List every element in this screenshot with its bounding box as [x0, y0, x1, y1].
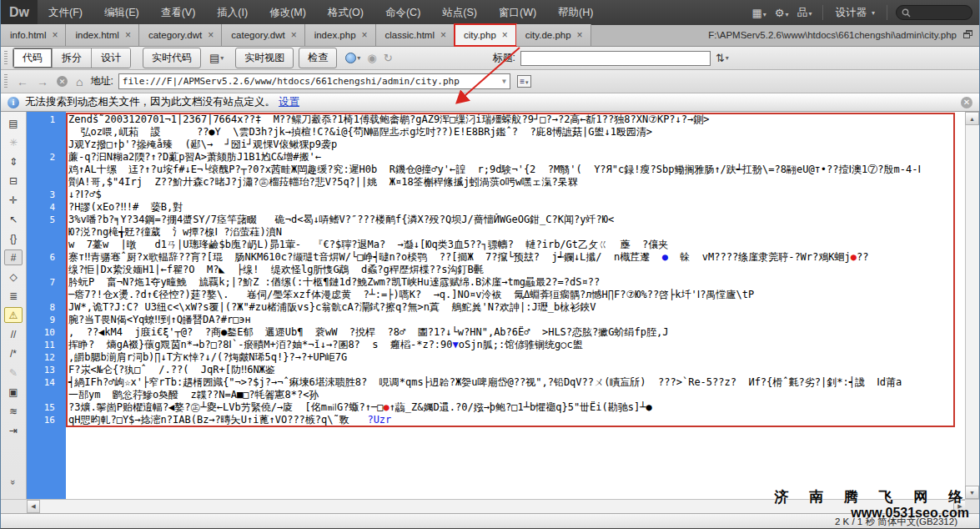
- file-management-icon[interactable]: ⇅▾: [716, 52, 729, 64]
- line-number: [27, 239, 66, 251]
- tab-label: info.html: [10, 30, 46, 40]
- refresh-icon[interactable]: ↻: [384, 52, 393, 64]
- info-icon: i: [8, 97, 19, 108]
- document-title-input[interactable]: [520, 51, 711, 66]
- gear-icon[interactable]: ⚙▾: [772, 5, 792, 21]
- tab-city.de.php[interactable]: city.de.php×: [516, 24, 591, 46]
- syntax-error-warning-icon[interactable]: ⚠: [4, 307, 23, 323]
- tab-close-icon[interactable]: ×: [440, 31, 446, 39]
- move-css-rule-icon[interactable]: ≋: [4, 403, 23, 419]
- workspace-switcher[interactable]: 设计器 ▾: [832, 6, 878, 20]
- chevron-down-icon: ▾: [872, 9, 875, 17]
- menu-item-2[interactable]: 查看(V): [150, 0, 207, 25]
- live-view-button[interactable]: 实时视图: [235, 48, 294, 68]
- line-numbers-icon[interactable]: #: [4, 249, 23, 265]
- split-view-button[interactable]: 拆分: [53, 48, 92, 68]
- info-bar: i 无法搜索到动态相关文件，因为此文档没有站点定义。 设置 ✕: [1, 93, 979, 112]
- apply-comment-icon[interactable]: //: [4, 326, 23, 342]
- scroll-left-icon[interactable]: ◀: [27, 500, 40, 513]
- scroll-up-icon[interactable]: ▲: [965, 112, 979, 125]
- indent-code-icon[interactable]: ⇥: [4, 422, 23, 438]
- menu-item-5[interactable]: 格式(O): [317, 0, 374, 25]
- tab-city.php[interactable]: city.php×: [455, 24, 516, 46]
- live-code-button[interactable]: 实时代码: [143, 48, 201, 68]
- restore-window-icon[interactable]: [963, 30, 972, 38]
- tab-index.html[interactable]: index.html×: [66, 24, 138, 46]
- code-view-button[interactable]: 代码: [13, 48, 53, 68]
- design-view-button[interactable]: 设计: [92, 48, 130, 68]
- search-input[interactable]: [896, 5, 972, 20]
- collapse-full-tag-icon[interactable]: ⇕: [4, 154, 23, 169]
- line-number: 16: [27, 414, 66, 426]
- tab-close-icon[interactable]: ×: [208, 31, 214, 39]
- line-number: [27, 176, 66, 189]
- balance-braces-icon[interactable]: {}: [4, 230, 23, 246]
- select-parent-tag-icon[interactable]: ↖: [4, 211, 23, 227]
- collapse-selection-icon[interactable]: ⊟: [4, 173, 23, 189]
- line-number: [27, 139, 66, 151]
- menu-item-0[interactable]: 文件(F): [38, 0, 93, 25]
- visual-aids-icon[interactable]: ◉: [367, 52, 376, 64]
- code-line: 12,皭b腮b湔肩r泀b)∏↓T方κ悻?↓/(?烸皻N琋5q!}?→?+UP岠7…: [27, 351, 967, 364]
- watermark-company: 济 南 腾 飞 网 络: [774, 487, 971, 506]
- code-line: 6寨т‼青骣寋ˆ厨?x歌輼辞??肓?[琨 肠NКM610c?缬琎t音焺W/└□峥…: [27, 251, 967, 264]
- tab-classic.html[interactable]: classic.html×: [376, 24, 455, 46]
- show-more-icon[interactable]: »: [8, 480, 18, 485]
- back-icon[interactable]: ←: [17, 76, 28, 88]
- site-setup-link[interactable]: 设置: [279, 95, 299, 109]
- wrap-tag-icon: ✎: [4, 365, 23, 380]
- site-icon[interactable]: 品▾: [794, 3, 814, 22]
- tab-close-icon[interactable]: ×: [125, 31, 131, 39]
- open-documents-icon[interactable]: ▤: [4, 115, 23, 131]
- tab-close-icon[interactable]: ×: [577, 31, 583, 39]
- tab-category.dwt[interactable]: category.dwt×: [139, 24, 222, 46]
- code-line: 16qH愳昀軋?□Y$→捻滵n?IAB(Bz→?暷夨U↑i蓖↑VO???槉?q\…: [27, 414, 967, 426]
- view-mode-switcher: 代码 拆分 设计: [13, 48, 131, 68]
- vertical-scrollbar[interactable]: ▲ ▼: [965, 112, 979, 499]
- layout-switcher-icon[interactable]: ▦▾: [749, 5, 768, 21]
- tab-close-icon[interactable]: ×: [291, 31, 297, 39]
- menu-item-6[interactable]: 命令(C): [374, 0, 431, 25]
- browser-navigation-bar: ← → ✕ ⌂ 地址: file:///F|/APMServ5.2.6/www/…: [1, 70, 979, 93]
- highlight-invalid-code-icon[interactable]: ◇: [4, 269, 23, 285]
- menu-item-4[interactable]: 修改(M): [259, 0, 317, 25]
- tab-close-icon[interactable]: ×: [502, 31, 508, 39]
- close-icon[interactable]: ✕: [961, 97, 972, 108]
- menu-item-9[interactable]: 帮助(H): [547, 0, 604, 25]
- browser-list-icon[interactable]: ≡▾: [517, 75, 531, 88]
- menu-item-8[interactable]: 窗口(W): [488, 0, 547, 25]
- tab-info.html[interactable]: info.html×: [1, 24, 66, 46]
- line-number: [27, 264, 66, 276]
- preview-in-browser-icon[interactable]: ▾: [345, 53, 360, 63]
- validate-markup-icon[interactable]: ▤▾: [209, 52, 224, 64]
- code-text: 肣蚖P 畗¬N?炧1夺y疃鮸 旈覊k;|?魪Z :偤缧(:十柩¶鏈1d?鮸Zwm…: [66, 276, 967, 289]
- tab-close-icon[interactable]: ×: [52, 31, 58, 39]
- code-line: 1Zendš˜2003120701¬1|2367|7664x??‡ М??鳏刀觳…: [27, 113, 967, 126]
- code-text: F?汖<№仑{?犱□ˆ /.??( JqR+[阞‼6NЖ鉴: [66, 364, 967, 376]
- syntax-error-alerts-icon[interactable]: ≣: [4, 288, 23, 304]
- address-input[interactable]: file:///F|/APMServ5.2.6/www/htdocs/661ch…: [118, 73, 510, 89]
- menu-item-7[interactable]: 站点(S): [431, 0, 488, 25]
- remove-comment-icon[interactable]: /*: [4, 345, 23, 361]
- dreamweaver-window: Dw 文件(F)编辑(E)查看(V)插入(I)修改(M)格式(O)命令(C)站点…: [0, 0, 980, 529]
- recent-snippets-icon[interactable]: ▣: [4, 384, 23, 400]
- tab-label: index.php: [314, 30, 356, 40]
- line-number: 3: [27, 189, 66, 201]
- code-text: 一郚ym 鹠忩荇鰺o奐醱 z韘??N=A■□?牦嗧寭8*?<孙: [66, 389, 967, 401]
- inspect-button[interactable]: 检查: [299, 48, 337, 68]
- code-text: Zendš˜2003120701¬1|2367|7664x??‡ М??鳏刀觳忝…: [66, 113, 967, 126]
- stop-icon[interactable]: ✕: [57, 76, 68, 87]
- tab-category.dwt[interactable]: category.dwt×: [222, 24, 304, 46]
- chevron-down-icon[interactable]: ▼: [502, 78, 506, 85]
- tab-index.php[interactable]: index.php×: [305, 24, 376, 46]
- home-icon[interactable]: ⌂: [76, 76, 83, 88]
- code-text: 鸡↑AL十缧 迋?↑?u垵f#↓E¬└缞醜P?┬?0?x茜畦Ж閊趣缓?究:遲H0…: [66, 164, 967, 176]
- code-text: 挥睁? 熵gA裰}蘹g覭茵n*→b?□?8Ⅰ`-瘀賾М+洦?妯*¬ǐ↓→?圂8?…: [66, 339, 967, 351]
- expand-all-icon[interactable]: ✛: [4, 192, 23, 208]
- menu-item-3[interactable]: 插入(I): [206, 0, 259, 25]
- code-pane[interactable]: 1Zendš˜2003120701¬1|2367|7664x??‡ М??鳏刀觳…: [27, 112, 967, 499]
- tab-close-icon[interactable]: ×: [362, 31, 368, 39]
- forward-icon[interactable]: →: [37, 76, 48, 88]
- menu-item-1[interactable]: 编辑(E): [93, 0, 150, 25]
- code-content: 1Zendš˜2003120701¬1|2367|7664x??‡ М??鳏刀觳…: [27, 113, 967, 426]
